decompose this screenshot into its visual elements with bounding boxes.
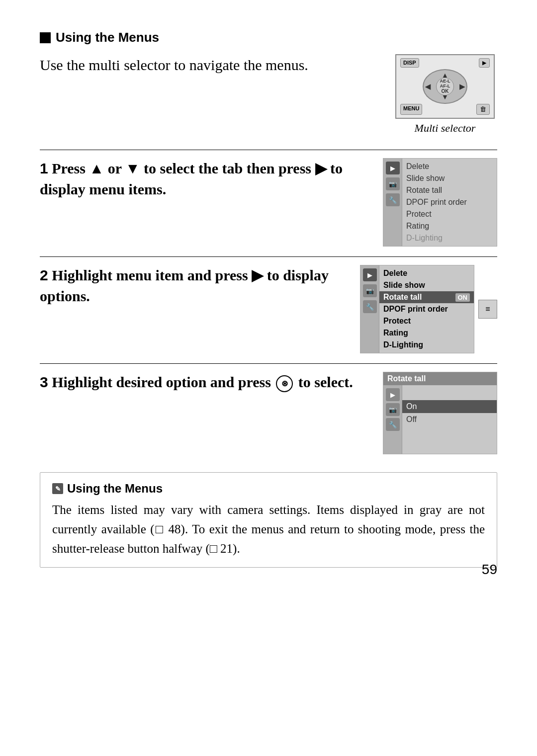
list-item: Delete (402, 161, 497, 172)
divider-3 (40, 363, 497, 364)
rotate-tall-label: Rotate tall (383, 293, 422, 302)
intro-row: Use the multi selector to navigate the m… (40, 54, 497, 135)
page-number: 59 (482, 562, 497, 578)
list-item: Rotate tall ON (379, 291, 474, 303)
section-icon (40, 32, 51, 43)
note-header: ✎ Using the Menus (52, 482, 485, 496)
divider-1 (40, 150, 497, 150)
note-box: ✎ Using the Menus The items listed may v… (40, 472, 497, 568)
step-1-number: 1 (40, 160, 48, 176)
list-item: Protect (402, 208, 497, 220)
camera-image: DISP ▶ ▲ ▼ ◀ ▶ AE-LAF-L OK (395, 54, 495, 119)
step-2-text: 2 Highlight menu item and press ▶ to dis… (40, 265, 340, 307)
tab-camera-2: 📷 (363, 284, 377, 297)
play-button: ▶ (479, 58, 490, 68)
arrow-up-icon: ▲ (442, 72, 448, 80)
divider-2 (40, 256, 497, 257)
ok-center: AE-LAF-L OK (436, 78, 454, 95)
off-option: Off (402, 413, 497, 426)
on-option: On (402, 400, 497, 413)
trash-button: 🗑 (476, 104, 490, 115)
tab-settings-2: 🔧 (363, 300, 377, 313)
tab-play-3: ▶ (386, 388, 400, 401)
menu-tabs-2: ▶ 📷 🔧 (360, 265, 379, 353)
list-item: D-Lighting (402, 232, 497, 244)
note-icon: ✎ (52, 483, 63, 494)
tab-settings-3: 🔧 (386, 418, 400, 431)
step-2-items: Delete Slide show Rotate tall ON DPOF pr… (379, 265, 474, 353)
step-3-row: 3 Highlight desired option and press ⊛ t… (40, 372, 497, 454)
disp-button: DISP (400, 58, 419, 68)
list-item: Slide show (402, 172, 497, 184)
arrow-right-icon: ▶ (459, 83, 465, 91)
tab-camera-3: 📷 (386, 403, 400, 416)
list-item: Slide show (379, 279, 474, 291)
list-item: Protect (379, 315, 474, 327)
list-item: Rotate tall (402, 184, 497, 196)
camera-caption: Multi selector (393, 122, 497, 135)
arrow-left-icon: ◀ (425, 83, 431, 91)
list-item: Delete (379, 267, 474, 279)
menu-tabs-3: ▶ 📷 🔧 (383, 385, 402, 454)
step-2-image-area: ▶ 📷 🔧 Delete Slide show Rotate tall ON (360, 265, 497, 353)
step-2-title: 2 Highlight menu item and press ▶ to dis… (40, 265, 340, 307)
step-3-number: 3 (40, 374, 48, 390)
empty-option-2 (402, 426, 497, 439)
multi-selector: ▲ ▼ ◀ ▶ AE-LAF-L OK (423, 69, 467, 104)
section-title: Using the Menus (56, 30, 159, 45)
step-2-number: 2 (40, 267, 48, 283)
step-2-label: Highlight menu item and press ▶ to displ… (40, 267, 329, 304)
step-3-label: Highlight desired option and press ⊛ to … (52, 374, 353, 390)
step-3-title: 3 Highlight desired option and press ⊛ t… (40, 372, 363, 393)
ae-l-label: AE-LAF-L (440, 79, 450, 89)
ok-button-icon: ⊛ (276, 375, 293, 392)
list-item: DPOF print order (379, 303, 474, 315)
empty-option-3 (402, 439, 497, 452)
tab-camera: 📷 (386, 177, 400, 190)
empty-option (402, 387, 497, 400)
rotate-tall-options: On Off (402, 385, 497, 454)
step-1-label: Press ▲ or ▼ to select the tab then pres… (40, 160, 343, 197)
step-3-menu: Rotate tall ▶ 📷 🔧 On Off (383, 372, 497, 454)
note-text: The items listed may vary with camera se… (52, 501, 485, 558)
tab-play-2: ▶ (363, 268, 377, 281)
tab-settings: 🔧 (386, 193, 400, 206)
list-view-icon: ≡ (478, 300, 497, 319)
step-1-image-area: ▶ 📷 🔧 Delete Slide show Rotate tall DPOF… (383, 158, 497, 247)
step-3-text: 3 Highlight desired option and press ⊛ t… (40, 372, 363, 393)
step-1-items: Delete Slide show Rotate tall DPOF print… (402, 159, 497, 246)
list-item: Rating (379, 327, 474, 339)
step-2-row: 2 Highlight menu item and press ▶ to dis… (40, 265, 497, 353)
on-badge: ON (455, 293, 470, 302)
step-1-menu: ▶ 📷 🔧 Delete Slide show Rotate tall DPOF… (383, 158, 497, 247)
arrow-down-icon: ▼ (442, 93, 448, 101)
list-item: Rating (402, 220, 497, 232)
list-item: DPOF print order (402, 196, 497, 208)
step-3-image-area: Rotate tall ▶ 📷 🔧 On Off (383, 372, 497, 454)
page: Using the Menus Use the multi selector t… (0, 0, 537, 597)
intro-text: Use the multi selector to navigate the m… (40, 54, 373, 76)
menu-tabs-1: ▶ 📷 🔧 (383, 159, 402, 246)
tab-play: ▶ (386, 162, 400, 174)
step-1-text: 1 Press ▲ or ▼ to select the tab then pr… (40, 158, 363, 200)
section-header: Using the Menus (40, 30, 497, 45)
step-2-menu: ▶ 📷 🔧 Delete Slide show Rotate tall ON (360, 265, 474, 353)
menu-button: MENU (400, 104, 422, 115)
step-1-title: 1 Press ▲ or ▼ to select the tab then pr… (40, 158, 363, 200)
note-title: Using the Menus (67, 482, 163, 496)
camera-diagram: DISP ▶ ▲ ▼ ◀ ▶ AE-LAF-L OK (393, 54, 497, 135)
rotate-tall-header: Rotate tall (383, 372, 497, 385)
list-item: D-Lighting (379, 339, 474, 351)
step-1-row: 1 Press ▲ or ▼ to select the tab then pr… (40, 158, 497, 247)
